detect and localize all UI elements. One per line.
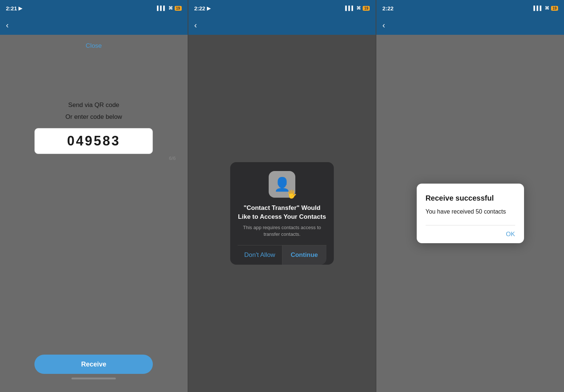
battery-1: 19	[175, 6, 182, 11]
screen-content-3: Receive successful You have received 50 …	[376, 35, 564, 392]
receive-button[interactable]: Receive	[34, 355, 153, 374]
dont-allow-button[interactable]: Don't Allow	[238, 245, 282, 265]
location-icon-2: ▶	[207, 6, 211, 11]
code-counter: 6/6	[169, 155, 176, 161]
status-icons-1: ▌▌▌ ⌘ 19	[157, 6, 182, 11]
status-bar-1: 2:21 ▶ ▌▌▌ ⌘ 19	[0, 0, 188, 16]
success-dialog: Receive successful You have received 50 …	[417, 184, 524, 243]
screen-content-1: Close Send via QR code Or enter code bel…	[0, 35, 188, 349]
time-text-2: 2:22	[194, 5, 205, 11]
send-qr-label: Send via QR code	[68, 101, 119, 109]
time-text-3: 2:22	[382, 5, 393, 11]
wifi-icon-3: ⌘	[545, 6, 549, 11]
battery-2: 19	[363, 6, 370, 11]
status-time-1: 2:21 ▶	[6, 5, 22, 11]
back-button-1[interactable]: ‹	[6, 21, 9, 30]
ok-button[interactable]: OK	[506, 231, 515, 238]
dialog-buttons: Don't Allow Continue	[238, 245, 326, 265]
location-icon-1: ▶	[19, 6, 22, 11]
signal-icon-3: ▌▌▌	[533, 6, 543, 11]
status-time-2: 2:22 ▶	[194, 5, 211, 11]
dialog-title: "Contact Transfer" Would Like to Access …	[238, 204, 326, 221]
code-value: 049583	[67, 133, 120, 149]
status-bar-3: 2:22 ▌▌▌ ⌘ 19	[376, 0, 564, 16]
success-ok-area: OK	[426, 225, 515, 243]
continue-button[interactable]: Continue	[282, 245, 327, 265]
hand-icon: 🖐️	[287, 190, 297, 199]
battery-3: 19	[551, 6, 558, 11]
enter-code-label: Or enter code below	[66, 113, 122, 121]
screen-1: 2:21 ▶ ▌▌▌ ⌘ 19 ‹ Close Send via QR code…	[0, 0, 188, 392]
nav-bar-1: ‹	[0, 16, 188, 35]
code-input-box[interactable]: 049583	[34, 128, 153, 154]
wifi-icon-1: ⌘	[168, 6, 173, 11]
screen-content-2: 👤 🖐️ "Contact Transfer" Would Like to Ac…	[188, 35, 376, 392]
screen-3: 2:22 ▌▌▌ ⌘ 19 ‹ Receive successful You h…	[376, 0, 564, 392]
wifi-icon-2: ⌘	[356, 6, 361, 11]
nav-bar-2: ‹	[188, 16, 376, 35]
status-bar-2: 2:22 ▶ ▌▌▌ ⌘ 19	[188, 0, 376, 16]
signal-icon-2: ▌▌▌	[345, 6, 355, 11]
back-button-2[interactable]: ‹	[194, 21, 197, 30]
nav-bar-3: ‹	[376, 16, 564, 35]
time-text-1: 2:21	[6, 5, 17, 11]
dialog-subtitle: This app requires contacts access to tra…	[238, 224, 326, 238]
status-icons-2: ▌▌▌ ⌘ 19	[345, 6, 370, 11]
signal-icon-1: ▌▌▌	[157, 6, 167, 11]
permission-dialog: 👤 🖐️ "Contact Transfer" Would Like to Ac…	[230, 162, 334, 265]
dialog-icon: 👤 🖐️	[269, 171, 295, 198]
success-title: Receive successful	[426, 194, 515, 202]
close-button[interactable]: Close	[86, 42, 102, 50]
success-message: You have received 50 contacts	[426, 208, 515, 216]
status-icons-3: ▌▌▌ ⌘ 19	[533, 6, 558, 11]
back-button-3[interactable]: ‹	[382, 21, 385, 30]
bottom-handle-1	[71, 378, 116, 379]
status-time-3: 2:22	[382, 5, 393, 11]
screen-bottom-1: Receive	[0, 349, 188, 392]
screen-2: 2:22 ▶ ▌▌▌ ⌘ 19 ‹ 👤 🖐️ "Contact Transfer…	[188, 0, 377, 392]
